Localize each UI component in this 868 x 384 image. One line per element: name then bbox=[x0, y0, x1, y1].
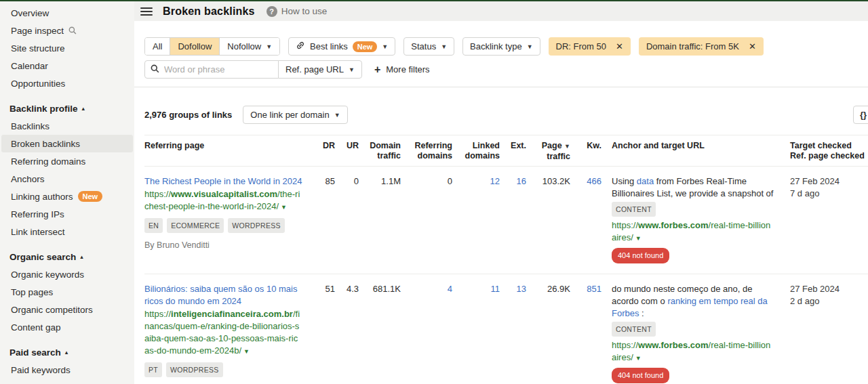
sidebar-item-label: Paid keywords bbox=[11, 365, 71, 375]
plus-icon: + bbox=[374, 64, 380, 75]
sidebar-item-label: Broken backlinks bbox=[11, 139, 80, 149]
sidebar-item-label: Link intersect bbox=[11, 227, 65, 237]
keywords-link[interactable]: 851 bbox=[570, 283, 601, 384]
column-header-linked-domains[interactable]: Linked domains bbox=[452, 139, 500, 162]
sidebar-section-backlink-profile[interactable]: Backlink profile ▴ bbox=[0, 100, 134, 117]
segment-nofollow[interactable]: Nofollow ▼ bbox=[219, 38, 279, 55]
segment-dofollow[interactable]: Dofollow bbox=[170, 38, 219, 55]
url-expand-icon[interactable]: ▼ bbox=[635, 355, 642, 362]
column-header-page-traffic[interactable]: Page ▼ traffic bbox=[526, 139, 570, 162]
sidebar-item-top-pages[interactable]: Top pages bbox=[1, 283, 133, 301]
dr-cell: 85 bbox=[311, 175, 335, 263]
sidebar-item-referring-ips[interactable]: Referring IPs bbox=[1, 205, 133, 223]
tag-badge: PT bbox=[144, 362, 162, 377]
url-expand-icon[interactable]: ▼ bbox=[243, 348, 250, 355]
referring-page-title-link[interactable]: Bilionários: saiba quem são os 10 mais r… bbox=[144, 283, 302, 307]
menu-icon[interactable] bbox=[140, 6, 153, 17]
tag-badge: EN bbox=[144, 218, 163, 233]
url-expand-icon[interactable]: ▼ bbox=[281, 204, 287, 211]
sidebar-section-paid-search[interactable]: Paid search ▴ bbox=[0, 343, 134, 361]
anchor-cell: do mundo neste começo de ano, de acordo … bbox=[601, 283, 783, 384]
page-title: Broken backlinks bbox=[163, 5, 255, 18]
group-mode-label: One link per domain bbox=[250, 110, 329, 120]
filter-chip-dr[interactable]: DR: From 50 ✕ bbox=[549, 37, 631, 56]
sidebar-item-organic-competitors[interactable]: Organic competitors bbox=[1, 301, 133, 318]
column-header-referring-domains[interactable]: Referring domains bbox=[401, 139, 452, 162]
column-header-referring-page[interactable]: Referring page bbox=[144, 139, 311, 162]
sidebar-item-calendar[interactable]: Calendar bbox=[1, 57, 133, 74]
ref-page-url-label: Ref. page URL bbox=[285, 64, 344, 74]
referring-page-title-link[interactable]: The Richest People in the World in 2024 bbox=[144, 175, 302, 188]
column-header-domain-traffic[interactable]: Domain traffic bbox=[359, 139, 401, 162]
referring-domains-cell: 0 bbox=[401, 175, 452, 263]
api-export-button[interactable]: {} bbox=[853, 106, 868, 124]
sidebar-item-link-intersect[interactable]: Link intersect bbox=[1, 223, 133, 240]
column-header-anchor[interactable]: Anchor and target URL bbox=[601, 139, 783, 162]
group-mode-dropdown[interactable]: One link per domain ▼ bbox=[243, 106, 347, 124]
segment-all[interactable]: All bbox=[145, 38, 170, 55]
column-header-checked[interactable]: Target checked Ref. page checked bbox=[783, 139, 868, 162]
sidebar-item-anchors[interactable]: Anchors bbox=[1, 170, 133, 188]
column-header-keywords[interactable]: Kw. bbox=[570, 139, 601, 162]
sidebar-item-referring-domains[interactable]: Referring domains bbox=[1, 152, 133, 170]
best-links-dropdown[interactable]: Best links New ▼ bbox=[288, 37, 395, 56]
ur-cell: 0 bbox=[335, 175, 359, 263]
checked-dates-cell: 27 Feb 2024 7 d ago bbox=[783, 175, 868, 263]
sidebar-item-content-gap[interactable]: Content gap bbox=[1, 318, 133, 336]
ext-links-link[interactable]: 16 bbox=[500, 175, 526, 263]
sidebar-item-overview[interactable]: Overview bbox=[1, 4, 133, 22]
referring-page-cell: Bilionários: saiba quem são os 10 mais r… bbox=[144, 283, 311, 384]
ref-page-checked-date: 2 d ago bbox=[790, 295, 868, 307]
more-filters-button[interactable]: + More filters bbox=[374, 64, 430, 75]
chevron-down-icon: ▼ bbox=[441, 43, 447, 50]
table-row: Bilionários: saiba quem são os 10 mais r… bbox=[144, 274, 868, 384]
backlink-type-dropdown[interactable]: Backlink type ▼ bbox=[462, 37, 540, 56]
chevron-down-icon: ▼ bbox=[349, 66, 355, 73]
sidebar-item-organic-keywords[interactable]: Organic keywords bbox=[1, 265, 133, 283]
close-icon[interactable]: ✕ bbox=[616, 41, 623, 51]
sidebar-item-paid-keywords[interactable]: Paid keywords bbox=[1, 361, 133, 379]
sort-desc-icon: ▼ bbox=[564, 143, 570, 150]
column-header-dr[interactable]: DR bbox=[311, 139, 335, 162]
results-bar: 2,976 groups of links One link per domai… bbox=[144, 106, 868, 124]
page-tags: EN ECOMMERCE WORDPRESS bbox=[144, 218, 302, 233]
ext-links-link[interactable]: 13 bbox=[500, 283, 526, 384]
filter-row-1: All Dofollow Nofollow ▼ Best links bbox=[144, 37, 868, 56]
sidebar-item-label: Calendar bbox=[11, 61, 48, 71]
column-header-ext[interactable]: Ext. bbox=[500, 139, 526, 162]
ref-page-url-dropdown[interactable]: Ref. page URL ▼ bbox=[278, 60, 362, 79]
link-icon bbox=[296, 41, 305, 52]
column-header-ur[interactable]: UR bbox=[335, 139, 359, 162]
linked-domains-link[interactable]: 11 bbox=[452, 283, 500, 384]
sidebar-item-label: Top pages bbox=[11, 287, 53, 297]
status-dropdown[interactable]: Status ▼ bbox=[403, 37, 454, 56]
search-input[interactable] bbox=[164, 64, 273, 74]
table-row: The Richest People in the World in 2024 … bbox=[144, 167, 868, 274]
best-links-label: Best links bbox=[310, 41, 348, 51]
chevron-down-icon: ▼ bbox=[266, 43, 272, 50]
page-header: Broken backlinks ? How to use bbox=[134, 1, 868, 21]
keywords-link[interactable]: 466 bbox=[570, 175, 601, 263]
anchor-link[interactable]: data bbox=[637, 176, 654, 186]
sidebar-section-organic-search[interactable]: Organic search ▴ bbox=[0, 248, 134, 265]
referring-domains-link[interactable]: 4 bbox=[401, 283, 452, 384]
page-traffic-cell: 103.2K bbox=[526, 175, 570, 263]
sidebar-item-broken-backlinks[interactable]: Broken backlinks bbox=[1, 135, 133, 152]
url-expand-icon[interactable]: ▼ bbox=[635, 235, 642, 242]
how-to-use-link[interactable]: ? How to use bbox=[267, 6, 328, 17]
linked-domains-link[interactable]: 12 bbox=[452, 175, 500, 263]
sidebar-item-site-structure[interactable]: Site structure bbox=[1, 39, 133, 57]
sidebar-item-label: Organic competitors bbox=[11, 305, 93, 315]
sidebar-item-backlinks[interactable]: Backlinks bbox=[1, 117, 133, 135]
filter-chip-domain-traffic[interactable]: Domain traffic: From 5K ✕ bbox=[639, 37, 764, 56]
sidebar-section-label: Organic search bbox=[9, 252, 76, 262]
table-header-row: Referring page DR UR Domain traffic Refe… bbox=[144, 135, 868, 167]
close-icon[interactable]: ✕ bbox=[749, 41, 756, 51]
sidebar-item-page-inspect[interactable]: Page inspect bbox=[1, 22, 133, 39]
chevron-up-icon: ▴ bbox=[82, 105, 85, 112]
sidebar-item-linking-authors[interactable]: Linking authors New bbox=[1, 188, 133, 205]
referring-page-url: https://www.visualcapitalist.com/the-ric… bbox=[144, 188, 302, 213]
content-tag-badge: CONTENT bbox=[612, 202, 656, 217]
sidebar-item-opportunities[interactable]: Opportunities bbox=[1, 74, 133, 92]
target-checked-date: 27 Feb 2024 bbox=[790, 283, 868, 295]
